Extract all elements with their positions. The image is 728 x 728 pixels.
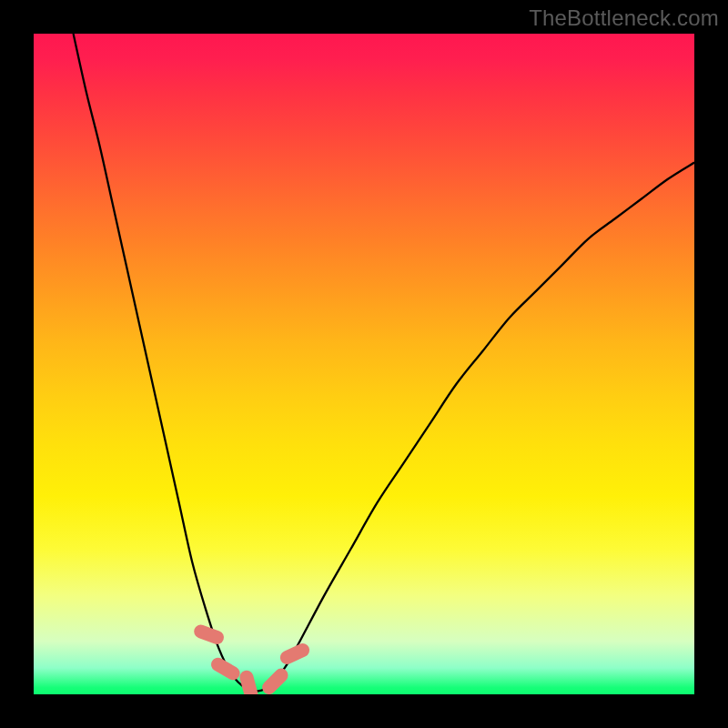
curve-marker	[238, 669, 259, 694]
outer-frame: TheBottleneck.com	[0, 0, 728, 728]
curve-marker	[208, 655, 242, 682]
plot-area	[34, 34, 694, 694]
watermark-text: TheBottleneck.com	[529, 5, 719, 31]
curve-marker	[259, 666, 291, 694]
curve-marker	[192, 622, 226, 646]
bottleneck-curve	[74, 34, 694, 692]
markers-group	[192, 622, 312, 694]
curve-marker	[278, 641, 311, 666]
curve-layer	[34, 34, 694, 694]
